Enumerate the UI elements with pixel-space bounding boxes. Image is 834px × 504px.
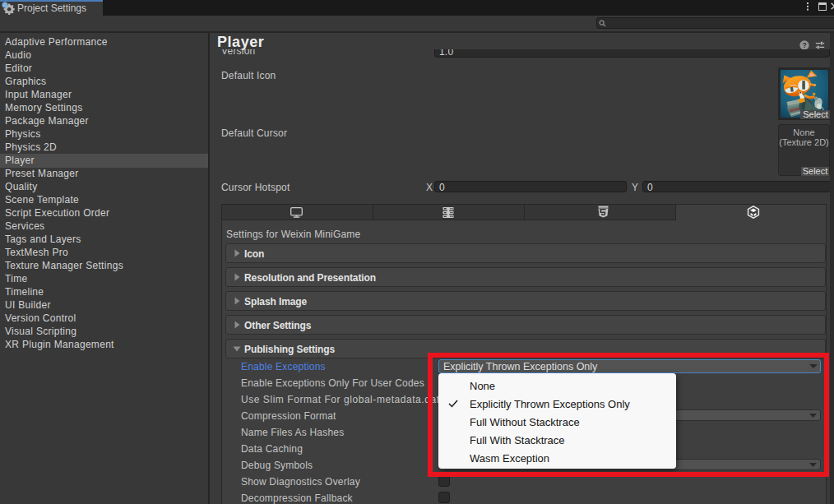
svg-text:?: ?	[802, 41, 806, 49]
